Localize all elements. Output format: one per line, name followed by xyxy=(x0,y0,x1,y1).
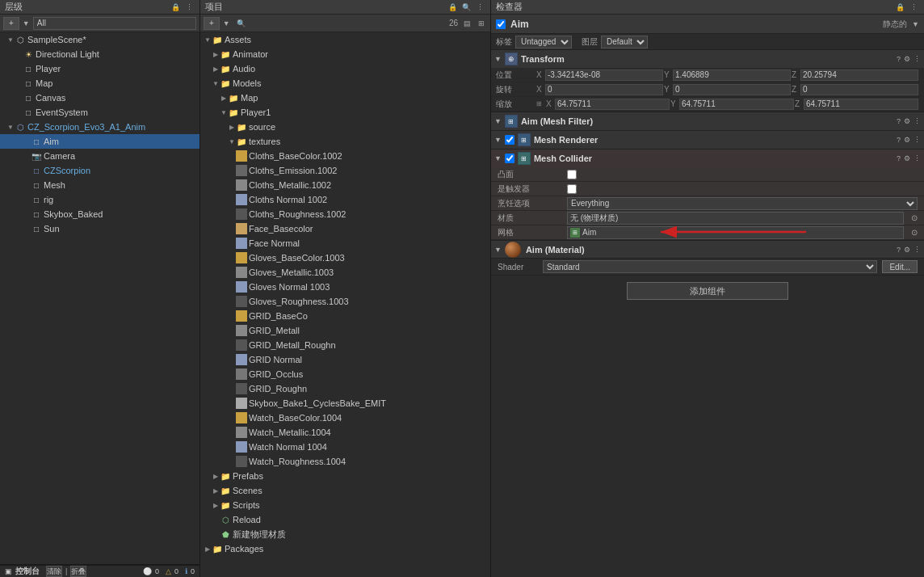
rot-y-input[interactable] xyxy=(673,84,791,95)
transform-header[interactable]: ▼ ⊕ Transform ? ⚙ ⋮ xyxy=(491,50,924,68)
project-view-icon[interactable]: ▤ xyxy=(461,18,472,29)
project-clothsbase-item[interactable]: Cloths_BaseColor.1002 xyxy=(200,149,490,163)
cooking-dropdown[interactable]: Everything xyxy=(567,197,918,210)
mc-settings-icon[interactable]: ⚙ xyxy=(904,154,910,162)
transform-more-icon[interactable]: ⋮ xyxy=(914,55,921,63)
hierarchy-lock-icon[interactable]: 🔒 xyxy=(170,2,181,13)
project-gridmetal-item[interactable]: GRID_Metall xyxy=(200,323,490,338)
hierarchy-mesh-item[interactable]: □ Mesh xyxy=(0,178,200,192)
hierarchy-map-item[interactable]: □ Map xyxy=(0,76,200,91)
project-physmat-item[interactable]: ⬟ 新建物理材质 xyxy=(200,527,490,541)
transform-help-icon[interactable]: ? xyxy=(897,55,901,63)
project-skyboxbake-item[interactable]: Skybox_Bake1_CyclesBake_EMIT xyxy=(200,396,490,411)
project-models-item[interactable]: ▼ 📁 Models xyxy=(200,76,490,91)
pos-x-input[interactable] xyxy=(545,69,663,81)
mc-enabled-checkbox[interactable] xyxy=(505,154,514,163)
project-clothsrough-item[interactable]: Cloths_Roughness.1002 xyxy=(200,207,490,221)
project-facebase-item[interactable]: Face_Basecolor xyxy=(200,221,490,236)
mr-enabled-checkbox[interactable] xyxy=(505,135,514,145)
hierarchy-czscorpion-item[interactable]: ▼ ⬡ CZ_Scorpion_Evo3_A1_Anim xyxy=(0,120,200,134)
layer-dropdown[interactable]: Default xyxy=(601,36,648,48)
inspector-more-icon[interactable]: ⋮ xyxy=(908,2,919,13)
project-watchbase-item[interactable]: Watch_BaseColor.1004 xyxy=(200,411,490,425)
meshfilter-header[interactable]: ▼ ⊞ Aim (Mesh Filter) ? ⚙ ⋮ xyxy=(491,112,924,130)
project-add-button[interactable]: + xyxy=(204,17,220,30)
rot-z-input[interactable] xyxy=(800,84,918,95)
project-glovesbase-item[interactable]: Gloves_BaseColor.1003 xyxy=(200,251,490,265)
project-player1-item[interactable]: ▼ 📁 Player1 xyxy=(200,105,490,120)
convex-checkbox[interactable] xyxy=(567,170,577,179)
trigger-checkbox[interactable] xyxy=(567,184,577,194)
meshcollider-header[interactable]: ▼ ⊞ Mesh Collider ? ⚙ ⋮ xyxy=(491,150,924,167)
edit-shader-button[interactable]: Edit... xyxy=(882,260,918,273)
project-packages-item[interactable]: ▶ 📁 Packages xyxy=(200,541,490,556)
project-assets-item[interactable]: ▼ 📁 Assets xyxy=(200,32,490,47)
project-gridocclus-item[interactable]: GRID_Occlus xyxy=(200,367,490,381)
hierarchy-more-icon[interactable]: ⋮ xyxy=(183,2,195,13)
transform-settings-icon[interactable]: ⚙ xyxy=(904,55,910,63)
hierarchy-camera-item[interactable]: 📷 Camera xyxy=(0,149,200,163)
hierarchy-scene-item[interactable]: ▼ ⬡ SampleScene* xyxy=(0,32,200,47)
project-glovesrough-item[interactable]: Gloves_Roughness.1003 xyxy=(200,294,490,309)
mesh-pick-icon[interactable]: ⊙ xyxy=(911,228,918,237)
project-glovesnormal-item[interactable]: Gloves Normal 1003 xyxy=(200,280,490,294)
hierarchy-eventsystem-item[interactable]: □ EventSystem xyxy=(0,105,200,120)
inspector-lock-icon[interactable]: 🔒 xyxy=(894,2,905,13)
project-watchrough-item[interactable]: Watch_Roughness.1004 xyxy=(200,454,490,469)
scale-x-input[interactable] xyxy=(555,99,670,110)
hierarchy-czscorpion2-item[interactable]: □ CZScorpion xyxy=(0,163,200,178)
project-clothsnormal-item[interactable]: Cloths Normal 1002 xyxy=(200,192,490,207)
project-more-icon[interactable]: ⋮ xyxy=(474,2,485,13)
project-clothsmetal-item[interactable]: Cloths_Metallic.1002 xyxy=(200,178,490,192)
object-enabled-checkbox[interactable] xyxy=(496,19,506,29)
add-component-button[interactable]: 添加组件 xyxy=(627,282,788,300)
hierarchy-rig-item[interactable]: □ rig xyxy=(0,192,200,207)
project-gridmetalrough-item[interactable]: GRID_Metall_Roughn xyxy=(200,338,490,352)
hierarchy-sun-item[interactable]: □ Sun xyxy=(0,221,200,236)
scale-z-input[interactable] xyxy=(804,99,918,110)
hierarchy-player-item[interactable]: □ Player xyxy=(0,61,200,76)
project-gridbase-item[interactable]: GRID_BaseCo xyxy=(200,309,490,323)
scale-y-input[interactable] xyxy=(679,99,794,110)
project-map-item[interactable]: ▶ 📁 Map xyxy=(200,91,490,105)
project-search-icon[interactable]: 🔍 xyxy=(460,2,472,13)
project-textures-item[interactable]: ▼ 📁 textures xyxy=(200,134,490,149)
mr-more-icon[interactable]: ⋮ xyxy=(914,136,921,144)
hierarchy-search-input[interactable] xyxy=(33,17,196,30)
mf-help-icon[interactable]: ? xyxy=(897,117,901,125)
hierarchy-directionallight-item[interactable]: ☀ Directional Light xyxy=(0,47,200,61)
project-facenormal-item[interactable]: Face Normal xyxy=(200,236,490,251)
mf-settings-icon[interactable]: ⚙ xyxy=(904,117,910,125)
pos-y-input[interactable] xyxy=(673,69,791,81)
project-audio-item[interactable]: ▶ 📁 Audio xyxy=(200,61,490,76)
project-animator-item[interactable]: ▶ 📁 Animator xyxy=(200,47,490,61)
project-scenes-item[interactable]: ▶ 📁 Scenes xyxy=(200,483,490,498)
mat-more-icon[interactable]: ⋮ xyxy=(914,246,921,254)
project-scripts-item[interactable]: ▶ 📁 Scripts xyxy=(200,498,490,512)
project-gridnormal-item[interactable]: GRID Normal xyxy=(200,352,490,367)
mat-help-icon[interactable]: ? xyxy=(897,246,901,254)
project-clothsemit-item[interactable]: Cloths_Emission.1002 xyxy=(200,163,490,178)
mc-help-icon[interactable]: ? xyxy=(897,154,901,162)
mr-settings-icon[interactable]: ⚙ xyxy=(904,136,910,144)
collapse-button[interactable]: 折叠 xyxy=(70,566,86,577)
hierarchy-canvas-item[interactable]: □ Canvas xyxy=(0,91,200,105)
static-dropdown-icon[interactable]: ▼ xyxy=(912,20,919,28)
project-glovesmetal-item[interactable]: Gloves_Metallic.1003 xyxy=(200,265,490,280)
clear-button[interactable]: 清除 xyxy=(46,566,62,577)
tag-dropdown[interactable]: Untagged xyxy=(515,36,572,48)
shader-dropdown[interactable]: Standard xyxy=(543,260,877,273)
mat-settings-icon[interactable]: ⚙ xyxy=(904,246,910,254)
material-pick-icon[interactable]: ⊙ xyxy=(911,213,918,222)
hierarchy-aim-item[interactable]: □ Aim xyxy=(0,134,200,149)
pos-z-input[interactable] xyxy=(800,69,918,81)
project-gridrough-item[interactable]: GRID_Roughn xyxy=(200,381,490,396)
hierarchy-add-button[interactable]: + xyxy=(3,17,19,30)
project-prefabs-item[interactable]: ▶ 📁 Prefabs xyxy=(200,469,490,483)
hierarchy-skybox-item[interactable]: □ Skybox_Baked xyxy=(0,207,200,221)
project-layout-icon[interactable]: ⊞ xyxy=(476,18,487,29)
mc-more-icon[interactable]: ⋮ xyxy=(914,154,921,162)
material-header[interactable]: ▼ Aim (Material) ? ⚙ ⋮ xyxy=(491,241,924,259)
project-lock-icon[interactable]: 🔒 xyxy=(447,2,458,13)
project-watchmetal-item[interactable]: Watch_Metallic.1004 xyxy=(200,425,490,440)
